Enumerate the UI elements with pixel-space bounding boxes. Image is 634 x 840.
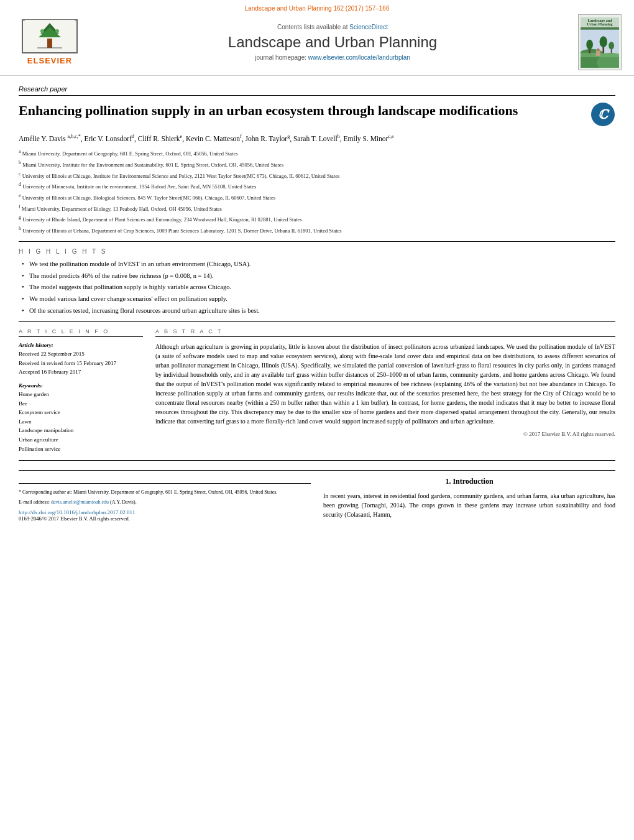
intro-left-col: * Corresponding author at: Miami Univers… [19, 477, 311, 521]
corresponding-author-note: * Corresponding author at: Miami Univers… [19, 489, 311, 496]
doi-link[interactable]: http://dx.doi.org/10.1016/j.landurbplan.… [19, 509, 135, 515]
author-email-link[interactable]: davis.amelie@miamioah.edu [51, 499, 109, 505]
homepage-url[interactable]: www.elsevier.com/locate/landurbplan [308, 54, 410, 61]
keyword-2: Bee [19, 400, 143, 408]
svg-point-15 [609, 42, 614, 49]
affiliation-a: a Miami University, Department of Geogra… [19, 148, 615, 158]
highlights-list: We test the pollination module of InVEST… [19, 260, 615, 315]
copyright-line: © 2017 Elsevier B.V. All rights reserved… [155, 431, 615, 437]
history-label: Article history: [19, 342, 143, 348]
highlight-item-2: The model predicts 46% of the native bee… [22, 272, 615, 281]
page-content: Research paper Enhancing pollination sup… [0, 76, 634, 531]
footnotes-section: * Corresponding author at: Miami Univers… [19, 483, 311, 505]
article-info-abstract-section: A R T I C L E I N F O Article history: R… [19, 328, 615, 454]
abstract-text: Although urban agriculture is growing in… [155, 342, 615, 426]
article-history: Article history: Received 22 September 2… [19, 342, 143, 376]
crossmark-icon: ℂ [591, 103, 615, 126]
paper-type-label: Research paper [19, 85, 615, 96]
highlight-item-5: Of the scenarios tested, increasing flor… [22, 307, 615, 316]
highlight-item-1: We test the pollination module of InVEST… [22, 260, 615, 269]
keyword-1: Home garden [19, 390, 143, 399]
elsevier-emblem [25, 20, 75, 53]
affiliation-e: e University of Illinois at Chicago, Bio… [19, 192, 615, 202]
issn-text: 0169-2046/© 2017 Elsevier B.V. All right… [19, 515, 130, 522]
abstract-column: A B S T R A C T Although urban agricultu… [155, 328, 615, 454]
journal-header: Landscape and Urban Planning 162 (2017) … [0, 0, 634, 76]
paper-title: Enhancing pollination supply in an urban… [19, 102, 581, 120]
affiliation-d: d University of Minnesota, Institute on … [19, 181, 615, 191]
keyword-5: Landscape manipulation [19, 427, 143, 435]
article-info-header: A R T I C L E I N F O [19, 328, 143, 337]
svg-point-13 [600, 36, 607, 47]
divider-3 [19, 460, 615, 461]
intro-right-col: 1. Introduction In recent years, interes… [323, 477, 615, 521]
abstract-header: A B S T R A C T [155, 328, 615, 337]
elsevier-wordmark: ELSEVIER [27, 56, 72, 65]
highlight-item-3: The model suggests that pollination supp… [22, 283, 615, 292]
divider-2 [19, 321, 615, 322]
intro-section-title: 1. Introduction [323, 477, 615, 486]
affiliation-g: g University of Rhode Island, Department… [19, 214, 615, 224]
cover-photo [581, 27, 619, 68]
svg-point-5 [40, 29, 44, 33]
journal-citation-link[interactable]: Landscape and Urban Planning 162 (2017) … [12, 5, 622, 12]
revised-date: Received in revised form 15 February 201… [19, 359, 143, 367]
cover-journal-title: Landscape andUrban Planning [581, 17, 619, 27]
affiliation-c: c University of Illinois at Chicago, Ins… [19, 170, 615, 180]
elsevier-logo: ELSEVIER [12, 19, 87, 65]
svg-point-6 [55, 29, 59, 33]
authors-line: Amélie Y. Davis a,b,c,*, Eric V. Lonsdor… [19, 133, 615, 144]
introduction-section: * Corresponding author at: Miami Univers… [19, 470, 615, 521]
divider-1 [19, 241, 615, 242]
received-date: Received 22 September 2015 [19, 350, 143, 358]
affiliation-h: h University of Illinois at Urbana, Depa… [19, 225, 615, 235]
journal-cover-image: Landscape andUrban Planning [578, 14, 622, 70]
svg-point-11 [586, 39, 593, 49]
journal-title: Landscape and Urban Planning [87, 34, 578, 51]
keyword-3: Ecosystem service [19, 408, 143, 417]
doi-section: http://dx.doi.org/10.1016/j.landurbplan.… [19, 509, 311, 522]
svg-rect-1 [47, 39, 52, 48]
highlight-item-4: We model various land cover change scena… [22, 295, 615, 304]
paper-title-section: Enhancing pollination supply in an urban… [19, 102, 615, 127]
affiliations-section: a Miami University, Department of Geogra… [19, 148, 615, 235]
article-info-column: A R T I C L E I N F O Article history: R… [19, 328, 143, 454]
contents-available-line: Contents lists available at ScienceDirec… [87, 24, 578, 30]
journal-center-info: Contents lists available at ScienceDirec… [87, 24, 578, 61]
keywords-label: Keywords: [19, 382, 143, 389]
elsevier-logo-box [22, 19, 78, 53]
email-note: E-mail address: davis.amelie@miamioah.ed… [19, 499, 311, 505]
affiliation-b: b Miami University, Institute for the En… [19, 159, 615, 169]
affiliation-f: f Miami University, Department of Biolog… [19, 203, 615, 213]
crossmark-logo[interactable]: ℂ [590, 102, 615, 127]
keyword-6: Urban agriculture [19, 436, 143, 444]
journal-homepage-line: journal homepage: www.elsevier.com/locat… [87, 54, 578, 61]
highlights-title: H I G H L I G H T S [19, 248, 615, 255]
intro-text: In recent years, interest in residential… [323, 491, 615, 519]
accepted-date: Accepted 16 February 2017 [19, 368, 143, 376]
highlights-section: H I G H L I G H T S We test the pollinat… [19, 248, 615, 315]
keyword-4: Lawn [19, 418, 143, 426]
intro-two-col: * Corresponding author at: Miami Univers… [19, 477, 615, 521]
keywords-section: Keywords: Home garden Bee Ecosystem serv… [19, 382, 143, 453]
keyword-7: Pollination service [19, 445, 143, 453]
svg-rect-17 [596, 50, 600, 56]
sciencedirect-link[interactable]: ScienceDirect [349, 24, 388, 30]
